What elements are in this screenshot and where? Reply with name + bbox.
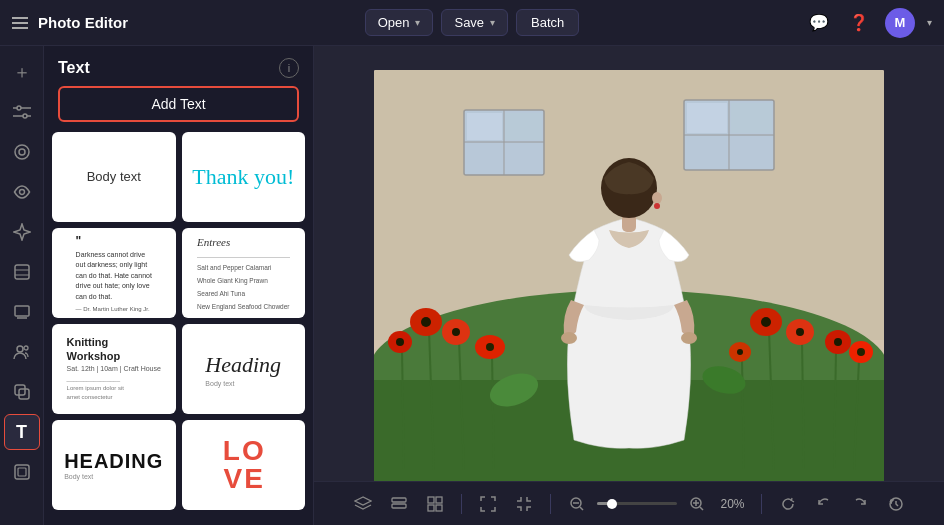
save-chevron-icon: ▾ bbox=[490, 17, 495, 28]
svg-point-68 bbox=[652, 192, 662, 204]
stack-icon[interactable] bbox=[385, 490, 413, 518]
sidebar-icon-eye[interactable] bbox=[4, 174, 40, 210]
zoom-in-icon[interactable] bbox=[683, 490, 711, 518]
save-button[interactable]: Save ▾ bbox=[441, 9, 508, 36]
help-icon[interactable]: ❓ bbox=[845, 9, 873, 37]
bottom-toolbar: 20% bbox=[314, 481, 944, 525]
grid-icon[interactable] bbox=[421, 490, 449, 518]
sidebar-icon-add[interactable]: ＋ bbox=[4, 54, 40, 90]
history-tools bbox=[774, 490, 910, 518]
svg-point-52 bbox=[796, 328, 804, 336]
shrink-icon[interactable] bbox=[510, 490, 538, 518]
svg-rect-70 bbox=[392, 498, 406, 502]
svg-point-46 bbox=[486, 343, 494, 351]
open-chevron-icon: ▾ bbox=[415, 17, 420, 28]
sidebar-icon-overlay[interactable] bbox=[4, 374, 40, 410]
avatar[interactable]: M bbox=[885, 8, 915, 38]
sidebar-icon-text[interactable]: T bbox=[4, 414, 40, 450]
svg-point-49 bbox=[761, 317, 771, 327]
svg-marker-9 bbox=[14, 224, 30, 240]
fit-screen-icon[interactable] bbox=[474, 490, 502, 518]
sidebar-icon-people[interactable] bbox=[4, 334, 40, 370]
svg-rect-19 bbox=[15, 465, 29, 479]
redo-icon[interactable] bbox=[846, 490, 874, 518]
svg-point-69 bbox=[654, 203, 660, 209]
header-center: Open ▾ Save ▾ Batch bbox=[365, 9, 580, 36]
svg-rect-13 bbox=[15, 306, 29, 316]
svg-point-43 bbox=[396, 338, 404, 346]
svg-point-55 bbox=[834, 338, 842, 346]
icon-sidebar: ＋ T bbox=[0, 46, 44, 525]
svg-rect-72 bbox=[428, 497, 434, 503]
svg-point-65 bbox=[681, 332, 697, 344]
rotate-icon[interactable] bbox=[774, 490, 802, 518]
separator-2 bbox=[550, 494, 551, 514]
sidebar-icon-frame[interactable] bbox=[4, 454, 40, 490]
svg-point-15 bbox=[17, 346, 23, 352]
svg-rect-74 bbox=[428, 505, 434, 511]
svg-point-16 bbox=[24, 346, 28, 350]
template-love[interactable]: L O V E bbox=[182, 420, 306, 510]
sidebar-icon-adjust[interactable] bbox=[4, 94, 40, 130]
svg-rect-32 bbox=[731, 103, 772, 133]
app-title: Photo Editor bbox=[38, 14, 128, 31]
svg-point-40 bbox=[452, 328, 460, 336]
svg-rect-10 bbox=[15, 265, 29, 279]
info-icon[interactable]: i bbox=[279, 58, 299, 78]
template-quote[interactable]: " Darkness cannot driveout darkness; onl… bbox=[52, 228, 176, 318]
menu-icon[interactable] bbox=[12, 17, 28, 29]
template-body-text[interactable]: Body text bbox=[52, 132, 176, 222]
layers-icon[interactable] bbox=[349, 490, 377, 518]
layer-tools bbox=[349, 490, 449, 518]
templates-grid: Body text Thank you! " Darkness cannot d… bbox=[52, 132, 305, 510]
zoom-control: 20% bbox=[563, 490, 749, 518]
svg-rect-27 bbox=[505, 113, 542, 140]
svg-point-7 bbox=[19, 149, 25, 155]
template-big-heading[interactable]: HEADING Body text bbox=[52, 420, 176, 510]
open-button[interactable]: Open ▾ bbox=[365, 9, 434, 36]
svg-point-0 bbox=[17, 106, 21, 110]
view-tools bbox=[474, 490, 538, 518]
history-icon[interactable] bbox=[882, 490, 910, 518]
template-thank-you[interactable]: Thank you! bbox=[182, 132, 306, 222]
svg-rect-75 bbox=[436, 505, 442, 511]
canvas-area: 20% bbox=[314, 46, 944, 525]
undo-icon[interactable] bbox=[810, 490, 838, 518]
chat-icon[interactable]: 💬 bbox=[805, 9, 833, 37]
text-panel: Text i Add Text Body text Thank you! bbox=[44, 46, 314, 525]
separator-3 bbox=[761, 494, 762, 514]
sidebar-icon-effect[interactable] bbox=[4, 254, 40, 290]
header-left: Photo Editor bbox=[12, 14, 365, 31]
template-workshop[interactable]: KnittingWorkshop Sat. 12th | 10am | Craf… bbox=[52, 324, 176, 414]
svg-line-82 bbox=[700, 507, 703, 510]
canvas-image[interactable] bbox=[374, 70, 884, 502]
add-text-button[interactable]: Add Text bbox=[58, 86, 299, 122]
svg-point-58 bbox=[857, 348, 865, 356]
sidebar-icon-layers[interactable] bbox=[4, 294, 40, 330]
batch-button[interactable]: Batch bbox=[516, 9, 579, 36]
svg-point-61 bbox=[737, 349, 743, 355]
svg-rect-71 bbox=[392, 504, 406, 508]
template-menu[interactable]: Entrees Salt and Pepper Calamari Whole G… bbox=[182, 228, 306, 318]
template-heading[interactable]: Heading Body text bbox=[182, 324, 306, 414]
header-right: 💬 ❓ M ▾ bbox=[579, 8, 932, 38]
avatar-chevron-icon[interactable]: ▾ bbox=[927, 17, 932, 28]
zoom-percent: 20% bbox=[717, 497, 749, 511]
zoom-thumb[interactable] bbox=[607, 499, 617, 509]
sidebar-icon-magic[interactable] bbox=[4, 214, 40, 250]
svg-point-1 bbox=[23, 114, 27, 118]
separator-1 bbox=[461, 494, 462, 514]
svg-rect-26 bbox=[467, 113, 502, 140]
header: Photo Editor Open ▾ Save ▾ Batch 💬 ❓ M ▾ bbox=[0, 0, 944, 46]
zoom-track[interactable] bbox=[597, 502, 677, 505]
panel-header: Text i bbox=[44, 46, 313, 86]
zoom-out-icon[interactable] bbox=[563, 490, 591, 518]
svg-line-78 bbox=[580, 507, 583, 510]
svg-point-8 bbox=[19, 190, 24, 195]
svg-point-6 bbox=[15, 145, 29, 159]
svg-rect-20 bbox=[18, 468, 26, 476]
panel-title: Text bbox=[58, 59, 90, 77]
svg-rect-31 bbox=[687, 103, 727, 133]
sidebar-icon-filter[interactable] bbox=[4, 134, 40, 170]
main-layout: ＋ T Text i bbox=[0, 46, 944, 525]
